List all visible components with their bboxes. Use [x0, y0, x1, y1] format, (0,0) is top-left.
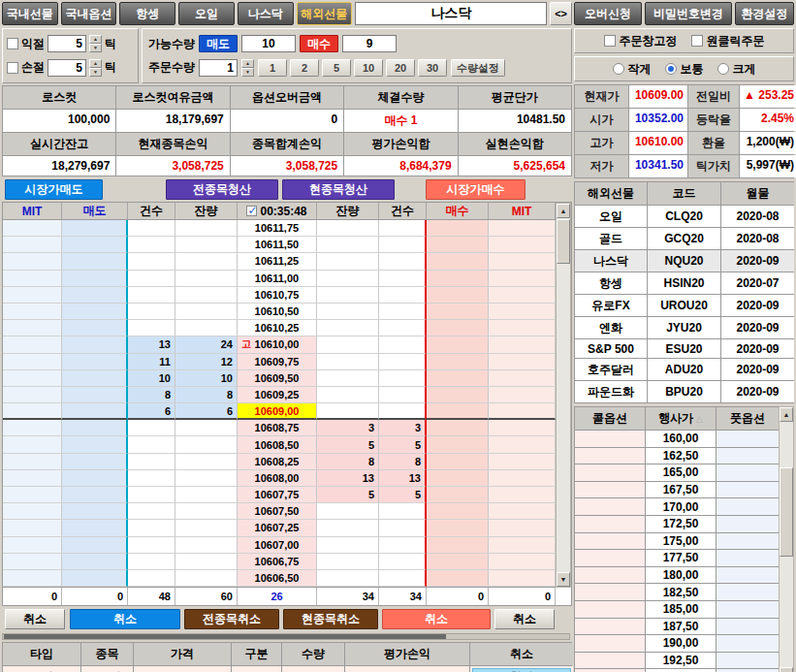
- buy-count-cell[interactable]: [379, 403, 427, 420]
- buy-order-cell[interactable]: [427, 420, 489, 436]
- buy-order-cell[interactable]: [427, 570, 489, 587]
- sell-order-cell[interactable]: [62, 304, 128, 320]
- futures-code[interactable]: NQU20: [648, 250, 720, 272]
- call-option-cell[interactable]: [575, 567, 645, 584]
- sell-count-cell[interactable]: [128, 287, 175, 304]
- mit-left-cell[interactable]: [3, 320, 62, 336]
- buy-qty-cell[interactable]: [317, 336, 379, 353]
- cancel-button-1[interactable]: 취소: [70, 609, 180, 629]
- size-radio-0[interactable]: 작게: [613, 61, 652, 78]
- qty-preset-20[interactable]: 20: [386, 59, 415, 77]
- sell-count-cell[interactable]: 6: [128, 403, 175, 420]
- market-sell-button[interactable]: 시장가매도: [5, 179, 103, 200]
- futures-code[interactable]: GCQ20: [648, 228, 720, 249]
- mit-right-cell[interactable]: [489, 420, 556, 436]
- sell-qty-cell[interactable]: [175, 320, 238, 336]
- mit-left-cell[interactable]: [3, 487, 62, 503]
- size-radio-circle[interactable]: [665, 63, 677, 75]
- price-cell[interactable]: 10609,50: [238, 370, 317, 387]
- futures-month[interactable]: 2020-09: [721, 381, 794, 402]
- mit-left-cell[interactable]: [3, 554, 62, 570]
- buy-order-cell[interactable]: [427, 470, 489, 487]
- futures-month[interactable]: 2020-09: [721, 359, 794, 380]
- horizontal-scrollbar[interactable]: [2, 633, 570, 640]
- buy-qty-cell[interactable]: [317, 570, 379, 587]
- buy-order-cell[interactable]: [427, 336, 489, 353]
- buy-qty-cell[interactable]: [317, 253, 379, 270]
- call-option-cell[interactable]: [575, 482, 645, 498]
- put-option-cell[interactable]: [716, 431, 779, 447]
- futures-code[interactable]: BPU20: [648, 381, 720, 402]
- buy-qty-cell[interactable]: [317, 220, 379, 237]
- buy-count-cell[interactable]: [379, 387, 427, 403]
- mit-right-cell[interactable]: [489, 436, 556, 453]
- mit-left-cell[interactable]: [3, 336, 62, 353]
- stop-loss-checkbox[interactable]: [7, 62, 18, 74]
- buy-count-cell[interactable]: [379, 554, 427, 570]
- sell-order-cell[interactable]: [62, 420, 128, 436]
- sell-qty-cell[interactable]: 6: [175, 403, 238, 420]
- buy-count-cell[interactable]: 5: [379, 487, 427, 503]
- buy-qty-cell[interactable]: 8: [317, 454, 379, 470]
- mit-right-cell[interactable]: [489, 570, 556, 587]
- tab-4[interactable]: 나스닥: [238, 2, 294, 25]
- buy-qty-cell[interactable]: [317, 271, 379, 287]
- sell-order-cell[interactable]: [62, 487, 128, 503]
- mit-right-cell[interactable]: [489, 537, 556, 554]
- sell-count-cell[interactable]: [128, 304, 175, 320]
- futures-code[interactable]: JYU20: [648, 317, 720, 338]
- put-option-cell[interactable]: [716, 584, 779, 600]
- symbol-input[interactable]: [355, 2, 547, 25]
- sell-qty-cell[interactable]: [175, 237, 238, 253]
- sell-order-cell[interactable]: [62, 387, 128, 403]
- hscroll-thumb[interactable]: [4, 634, 446, 639]
- call-option-cell[interactable]: [575, 516, 645, 532]
- sell-qty-cell[interactable]: [175, 436, 238, 453]
- mit-left-cell[interactable]: [3, 403, 62, 420]
- buy-qty-cell[interactable]: 3: [317, 420, 379, 436]
- buy-order-cell[interactable]: [427, 370, 489, 387]
- time-checkbox[interactable]: [246, 206, 257, 216]
- order-qty-value[interactable]: 1: [199, 59, 238, 77]
- sort-ascending-icon[interactable]: △: [696, 414, 703, 424]
- price-cell[interactable]: 10607,75: [238, 487, 317, 503]
- cancel-button-5[interactable]: 취소: [494, 609, 555, 629]
- buy-order-cell[interactable]: [427, 253, 489, 270]
- call-option-cell[interactable]: [575, 431, 645, 447]
- sell-count-cell[interactable]: [128, 570, 175, 587]
- price-cell[interactable]: 10606,75: [238, 554, 317, 570]
- price-cell[interactable]: 10610,25: [238, 320, 317, 336]
- mit-right-cell[interactable]: [489, 253, 556, 270]
- call-option-cell[interactable]: [575, 550, 645, 566]
- market-buy-button[interactable]: 시장가매수: [426, 179, 525, 200]
- futures-month[interactable]: 2020-07: [721, 272, 794, 294]
- size-radio-circle[interactable]: [717, 63, 729, 75]
- buy-qty-cell[interactable]: [317, 503, 379, 520]
- buy-count-cell[interactable]: [379, 253, 427, 270]
- buy-qty-cell[interactable]: [317, 554, 379, 570]
- qty-preset-2[interactable]: 2: [290, 59, 319, 77]
- price-cell[interactable]: 10607,25: [238, 520, 317, 536]
- buy-count-cell[interactable]: 5: [379, 436, 427, 453]
- mit-right-cell[interactable]: [489, 220, 556, 237]
- put-option-cell[interactable]: [716, 619, 779, 635]
- sell-count-cell[interactable]: [128, 237, 175, 253]
- futures-name[interactable]: 파운드화: [575, 381, 647, 402]
- put-option-cell[interactable]: [716, 550, 779, 566]
- buy-qty-cell[interactable]: [317, 370, 379, 387]
- buy-order-cell[interactable]: [427, 387, 489, 403]
- options-scroll-thumb[interactable]: [780, 467, 793, 557]
- sell-order-cell[interactable]: [62, 520, 128, 536]
- mit-left-cell[interactable]: [3, 537, 62, 554]
- buy-order-cell[interactable]: [427, 304, 489, 320]
- sell-order-cell[interactable]: [62, 554, 128, 570]
- buy-count-cell[interactable]: [379, 304, 427, 320]
- tab-overseas-futures[interactable]: 해외선물: [297, 2, 353, 25]
- put-option-cell[interactable]: [716, 567, 779, 584]
- sell-count-cell[interactable]: [128, 537, 175, 554]
- cancel-button-2[interactable]: 전종목취소: [184, 609, 279, 629]
- price-cell[interactable]: 10607,00: [238, 537, 317, 554]
- sell-order-cell[interactable]: [62, 336, 128, 353]
- sell-qty-cell[interactable]: [175, 304, 238, 320]
- futures-code[interactable]: ESU20: [648, 339, 720, 358]
